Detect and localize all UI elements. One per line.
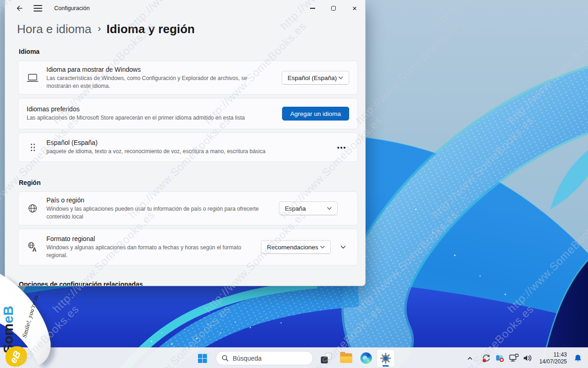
card-title: País o región xyxy=(46,196,266,204)
task-view-button[interactable] xyxy=(317,349,336,368)
display-language-dropdown[interactable]: Español (España) xyxy=(282,71,349,85)
card-description: Windows y algunas aplicaciones dan forma… xyxy=(46,244,249,259)
regional-format-dropdown[interactable]: Recomendaciones xyxy=(261,240,331,254)
taskbar-clock[interactable]: 11:43 14/07/2025 xyxy=(539,351,567,365)
back-arrow-icon xyxy=(16,5,23,12)
curl-brand-text: SomeB xyxy=(0,306,16,353)
chevron-down-icon xyxy=(320,244,325,250)
card-title: Formato regional xyxy=(46,235,249,242)
card-title: Idiomas preferidos xyxy=(27,105,245,113)
language-item-title: Español (España) xyxy=(46,139,266,146)
search-icon xyxy=(222,355,229,362)
network-icon[interactable] xyxy=(507,350,521,367)
dropdown-value: Recomendaciones xyxy=(267,244,318,251)
chevron-up-icon xyxy=(467,355,473,362)
tray-sync-icon[interactable] xyxy=(480,350,493,367)
card-description: Las aplicaciones de Microsoft Store apar… xyxy=(27,114,245,122)
back-button[interactable] xyxy=(15,4,23,12)
breadcrumb-parent[interactable]: Hora e idioma xyxy=(17,21,91,37)
tray-app-icon[interactable] xyxy=(493,350,507,367)
dropdown-value: España xyxy=(285,205,306,212)
language-item-description: paquete de idioma, texto a voz, reconoci… xyxy=(46,148,266,155)
card-description: Windows y las aplicaciones pueden usar t… xyxy=(46,205,266,220)
taskbar: 11:43 14/07/2025 xyxy=(0,347,588,368)
settings-content: Idioma Idioma para mostrar de Windows La… xyxy=(5,48,365,286)
section-header-idioma: Idioma xyxy=(19,48,358,55)
more-options-icon[interactable]: ••• xyxy=(334,142,349,153)
notifications-button[interactable] xyxy=(571,350,585,367)
language-item-card: Español (España) paquete de idioma, text… xyxy=(18,132,358,162)
setting-card-country: País o región Windows y las aplicaciones… xyxy=(18,191,358,225)
add-language-button[interactable]: Agregar un idioma xyxy=(282,107,349,121)
expand-card-button[interactable] xyxy=(337,241,349,253)
dropdown-value: Español (España) xyxy=(288,75,337,81)
hidden-icons-button[interactable] xyxy=(464,350,476,367)
edge-icon xyxy=(360,352,372,364)
somebooks-page-curl: SomeB Smile!, you're in... eB xyxy=(0,270,81,368)
minimize-button[interactable] xyxy=(302,0,323,17)
page-title: Idioma y región xyxy=(107,21,195,37)
display-language-icon xyxy=(27,72,39,83)
language-format-icon: A xyxy=(27,242,39,253)
bell-icon xyxy=(573,354,582,363)
chevron-down-icon xyxy=(340,244,346,250)
svg-text:A: A xyxy=(33,247,37,253)
file-explorer-button[interactable] xyxy=(337,349,356,368)
settings-window: Configuración ✕ Hora e idioma › Idioma y… xyxy=(5,0,366,286)
minimize-icon xyxy=(310,8,315,8)
window-titlebar: Configuración ✕ xyxy=(5,0,365,17)
clock-time: 11:43 xyxy=(539,351,567,358)
setting-card-display-language: Idioma para mostrar de Windows Las carac… xyxy=(18,61,358,95)
maximize-icon xyxy=(331,6,336,11)
clock-date: 14/07/2025 xyxy=(539,358,567,365)
taskbar-center-group xyxy=(193,348,395,368)
maximize-button[interactable] xyxy=(323,0,344,17)
country-dropdown[interactable]: España xyxy=(279,201,338,215)
close-button[interactable]: ✕ xyxy=(344,0,365,17)
globe-icon xyxy=(27,203,39,214)
edge-browser-button[interactable] xyxy=(357,349,375,368)
breadcrumb: Hora e idioma › Idioma y región xyxy=(17,21,365,37)
chevron-down-icon xyxy=(338,75,344,80)
navigation-menu-button[interactable] xyxy=(34,5,42,11)
gear-icon xyxy=(380,352,392,364)
volume-icon[interactable] xyxy=(521,350,535,367)
task-view-icon xyxy=(321,353,332,364)
window-controls: ✕ xyxy=(302,0,365,17)
settings-app-button[interactable] xyxy=(377,349,395,368)
app-title: Configuración xyxy=(54,5,90,12)
setting-card-regional-format: A Formato regional Windows y algunas apl… xyxy=(18,229,358,265)
windows-logo-icon xyxy=(197,353,208,364)
section-header-region: Región xyxy=(19,179,358,186)
folder-icon xyxy=(340,353,352,363)
chevron-down-icon xyxy=(327,206,332,211)
close-icon: ✕ xyxy=(352,6,357,12)
active-app-indicator xyxy=(383,365,389,367)
start-button[interactable] xyxy=(193,349,212,368)
card-description: Las características de Windows, como Con… xyxy=(46,75,266,90)
breadcrumb-separator-icon: › xyxy=(91,20,107,36)
system-tray: 11:43 14/07/2025 xyxy=(464,348,585,368)
hamburger-icon xyxy=(34,5,42,6)
card-title: Idioma para mostrar de Windows xyxy=(46,66,266,73)
taskbar-search-box[interactable] xyxy=(216,351,313,365)
drag-handle-icon[interactable] xyxy=(27,143,39,152)
setting-card-preferred-languages: Idiomas preferidos Las aplicaciones de M… xyxy=(18,98,358,129)
search-input[interactable] xyxy=(233,355,306,362)
